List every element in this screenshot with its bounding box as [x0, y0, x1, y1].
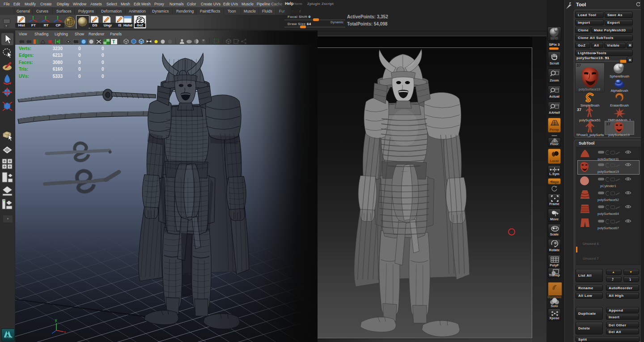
svg-text:AUTODESK: AUTODESK	[4, 336, 13, 338]
svg-text:T: T	[112, 39, 115, 44]
svg-text:x: x	[64, 330, 66, 334]
svg-text:y: y	[55, 318, 57, 322]
